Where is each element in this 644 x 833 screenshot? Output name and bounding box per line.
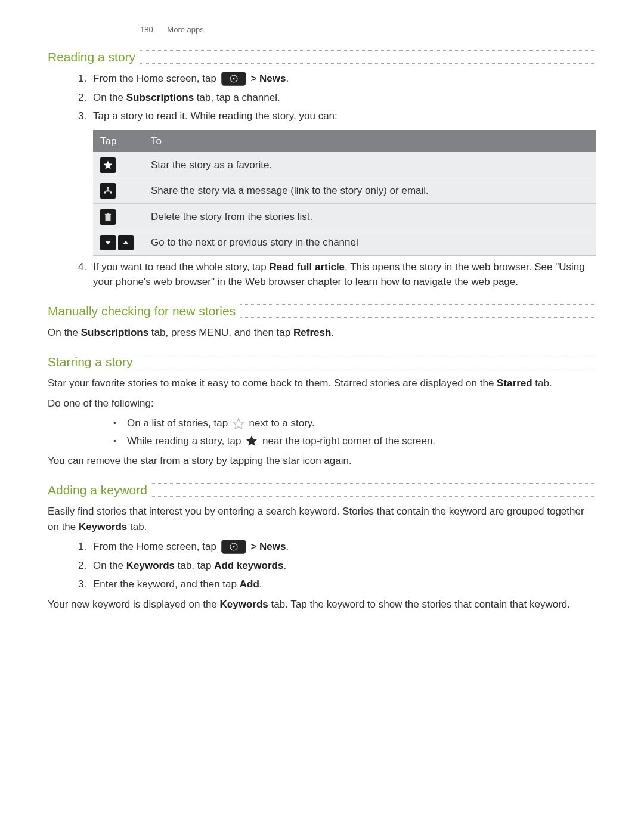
step: On the Keywords tab, tap Add keywords. (89, 558, 596, 574)
keywords-label: Keywords (220, 599, 268, 610)
text: near the top-right corner of the screen. (262, 435, 435, 447)
text: tab, tap (175, 560, 214, 571)
text: tab, press MENU, and then tap (148, 327, 293, 338)
text: tab. Tap the keyword to show the stories… (268, 599, 570, 610)
text: From the Home screen, tap (93, 541, 219, 552)
apps-icon (221, 72, 246, 86)
text: next to a story. (249, 417, 315, 429)
paragraph: On the Subscriptions tab, press MENU, an… (48, 325, 596, 340)
step: If you want to read the whole story, tap… (89, 259, 596, 290)
paragraph: Do one of the following: (48, 396, 596, 411)
share-icon (100, 183, 116, 199)
text: From the Home screen, tap (93, 73, 219, 84)
table-row: Go to the next or previous story in the … (93, 230, 596, 255)
section-heading-keyword: Adding a keyword (48, 481, 596, 500)
text: On the (93, 560, 126, 571)
read-full-label: Read full article (269, 261, 345, 272)
table-row: Delete the story from the stories list. (93, 204, 596, 230)
tap-to-table: Tap To Star the story as a favorite. Sha… (93, 130, 596, 256)
chevron: > (250, 73, 256, 84)
trash-icon (100, 209, 116, 225)
row-desc: Delete the story from the stories list. (144, 204, 596, 230)
text: tab. (127, 521, 147, 532)
row-desc: Share the story via a message (link to t… (144, 178, 596, 204)
section-title: Adding a keyword (48, 481, 152, 500)
period: . (286, 73, 289, 84)
text: Star your favorite stories to make it ea… (48, 377, 497, 389)
section-title: Manually checking for new stories (48, 302, 240, 321)
list-item: While reading a story, tap near the top-… (113, 433, 596, 449)
paragraph: You can remove the star from a story by … (48, 453, 596, 469)
section-title: Starring a story (48, 352, 137, 371)
step: Tap a story to read it. While reading th… (89, 109, 596, 256)
keywords-label: Keywords (79, 521, 127, 532)
keyword-steps: From the Home screen, tap > News. On the… (48, 539, 596, 592)
col-header-tap: Tap (93, 130, 144, 153)
chevron-up-icon (118, 235, 134, 250)
bullet-list: On a list of stories, tap next to a stor… (48, 416, 596, 448)
star-filled-icon (245, 435, 258, 448)
section-heading-starring: Starring a story (48, 352, 596, 371)
news-label: News (259, 73, 286, 84)
reading-steps: From the Home screen, tap > News. On the… (48, 71, 596, 290)
text: Tap a story to read it. While reading th… (93, 110, 338, 122)
text: On the (93, 92, 126, 103)
chapter-title: More apps (167, 25, 203, 34)
text: . (283, 560, 286, 571)
subscriptions-label: Subscriptions (81, 327, 148, 338)
text: . (259, 578, 262, 590)
refresh-label: Refresh (293, 327, 331, 338)
list-item: On a list of stories, tap next to a stor… (113, 416, 596, 431)
row-desc: Star the story as a favorite. (144, 152, 596, 178)
star-icon (100, 157, 116, 173)
text: tab. (532, 377, 552, 389)
subscriptions-label: Subscriptions (126, 92, 194, 103)
paragraph: Easily find stories that interest you by… (48, 504, 596, 534)
text: On a list of stories, tap (127, 417, 231, 429)
step: From the Home screen, tap > News. (89, 71, 596, 86)
text: If you want to read the whole story, tap (93, 261, 269, 272)
text: . (331, 327, 334, 338)
text: While reading a story, tap (127, 435, 244, 447)
page-number: 180 (140, 25, 153, 34)
paragraph: Star your favorite stories to make it ea… (48, 376, 596, 391)
text: On the (48, 327, 81, 338)
table-row: Star the story as a favorite. (93, 152, 596, 178)
news-label: News (259, 541, 286, 552)
step: On the Subscriptions tab, tap a channel. (89, 90, 596, 106)
chevron-down-icon (100, 235, 116, 250)
step: Enter the keyword, and then tap Add. (89, 577, 596, 592)
col-header-to: To (144, 130, 596, 153)
keywords-label: Keywords (126, 560, 175, 571)
page-header: 180 More apps (48, 24, 596, 36)
text: Enter the keyword, and then tap (93, 578, 240, 590)
add-keywords-label: Add keywords (214, 560, 283, 571)
period: . (286, 541, 289, 552)
step: From the Home screen, tap > News. (89, 539, 596, 555)
add-label: Add (240, 578, 259, 590)
section-title: Reading a story (48, 48, 140, 67)
section-heading-reading: Reading a story (48, 48, 596, 67)
text: Your new keyword is displayed on the (48, 599, 220, 610)
chevron: > (250, 541, 256, 552)
apps-icon (221, 540, 246, 554)
row-desc: Go to the next or previous story in the … (144, 230, 596, 255)
starred-label: Starred (497, 377, 532, 389)
paragraph: Your new keyword is displayed on the Key… (48, 597, 596, 612)
table-row: Share the story via a message (link to t… (93, 178, 596, 204)
star-outline-icon (232, 417, 245, 431)
text: tab, tap a channel. (194, 92, 280, 103)
section-heading-manual: Manually checking for new stories (48, 302, 596, 321)
